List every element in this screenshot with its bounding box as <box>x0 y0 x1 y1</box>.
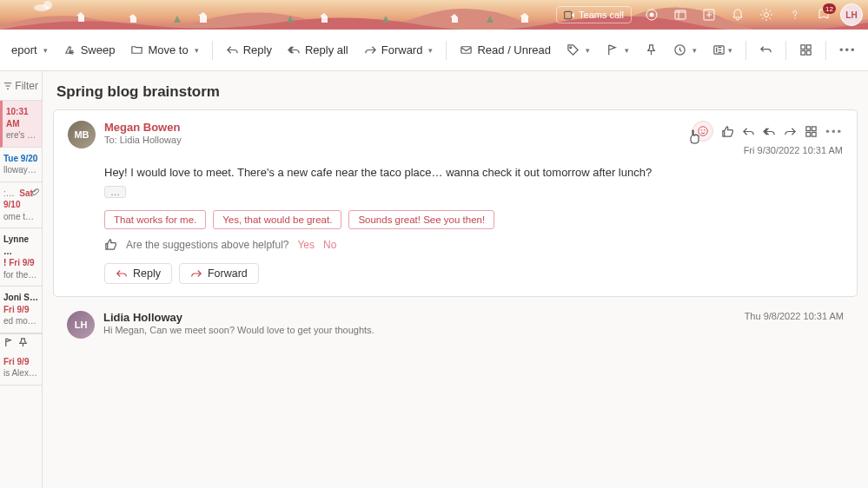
message-date: Fri 9/30/2022 10:31 AM <box>744 145 843 155</box>
list-item[interactable]: 10:31 AM ere's a … <box>0 101 42 148</box>
reply-button[interactable]: Reply <box>220 39 278 61</box>
from-name: Megan Bowen <box>104 121 684 134</box>
cursor-icon <box>688 129 702 145</box>
list-item[interactable]: Lynne … ! Fri 9/9 for the… <box>0 228 42 287</box>
pin-row <box>0 333 42 351</box>
suggested-replies: That works for me. Yes, that would be gr… <box>104 210 843 229</box>
forward-button[interactable]: Forward▾ <box>358 39 440 61</box>
pin-icon <box>18 338 28 347</box>
list-item[interactable]: Fri 9/9 is Alex I… <box>0 351 42 386</box>
apps-icon[interactable] <box>805 125 818 138</box>
svg-marker-1 <box>76 12 84 16</box>
svg-rect-24 <box>461 47 471 54</box>
svg-point-20 <box>650 13 653 16</box>
forward-inline-button[interactable]: Forward <box>179 263 259 284</box>
header-icon-2[interactable] <box>668 3 692 27</box>
svg-rect-2 <box>130 17 136 23</box>
svg-marker-3 <box>129 14 136 17</box>
like-icon[interactable] <box>721 125 734 138</box>
teams-call-button[interactable]: Teams call <box>556 6 632 23</box>
feedback-yes[interactable]: Yes <box>297 239 315 251</box>
settings-icon[interactable] <box>754 3 779 27</box>
svg-marker-7 <box>320 13 328 16</box>
command-toolbar: eport▾ Sweep Move to▾ Reply Reply all Fo… <box>0 30 868 71</box>
svg-rect-38 <box>812 132 817 136</box>
message-card: MB Megan Bowen To: Lidia Holloway <box>53 109 858 297</box>
profile-avatar[interactable]: LH <box>840 3 863 26</box>
notifications-icon[interactable] <box>726 3 750 27</box>
tag-button[interactable]: ▾ <box>560 39 596 61</box>
report-button[interactable]: eport▾ <box>5 39 54 61</box>
activity-icon[interactable]: 12 <box>812 3 836 27</box>
activity-badge: 12 <box>823 3 836 14</box>
flag-button[interactable]: ▾ <box>600 39 635 61</box>
feedback-icon <box>104 238 117 251</box>
filter-button[interactable]: Filter <box>3 80 38 92</box>
forward-icon[interactable] <box>784 125 797 138</box>
header-icon-1[interactable] <box>639 3 664 27</box>
svg-rect-18 <box>565 11 572 18</box>
svg-marker-14 <box>382 16 389 23</box>
message-list-pane: Filter 10:31 AM ere's a … Tue 9/20 llowa… <box>0 71 43 488</box>
message-body: Hey! I would love to meet. There's a new… <box>104 166 843 179</box>
svg-point-25 <box>570 47 572 49</box>
reply-inline-button[interactable]: Reply <box>104 263 172 284</box>
suggestion-feedback: Are the suggestions above helpful? Yes N… <box>104 238 843 251</box>
svg-rect-36 <box>812 126 817 130</box>
sweep-button[interactable]: Sweep <box>57 39 122 61</box>
reply-icon[interactable] <box>742 125 755 138</box>
header-icon-3[interactable] <box>697 3 721 27</box>
immersive-reader-button[interactable]: ▾ <box>706 39 739 61</box>
list-item[interactable]: Joni S… Fri 9/9 ed mov… <box>0 287 42 333</box>
pin-button[interactable] <box>639 39 664 61</box>
flag-icon <box>3 338 13 347</box>
svg-rect-0 <box>78 16 84 22</box>
svg-point-23 <box>765 13 769 17</box>
svg-rect-30 <box>801 50 805 55</box>
reading-pane: Spring blog brainstorm MB Megan Bowen To… <box>43 71 868 488</box>
apps-button[interactable] <box>793 39 818 61</box>
svg-rect-10 <box>521 16 528 23</box>
previous-preview: Hi Megan, Can we meet soon? Would love t… <box>103 325 374 335</box>
help-icon[interactable] <box>783 3 807 27</box>
svg-rect-28 <box>801 45 805 49</box>
suggested-reply[interactable]: That works for me. <box>104 210 206 229</box>
move-to-button[interactable]: Move to▾ <box>124 39 204 61</box>
sender-avatar[interactable]: MB <box>68 121 96 148</box>
overflow-icon[interactable]: ••• <box>825 125 843 138</box>
to-line: To: Lidia Holloway <box>104 135 684 145</box>
previous-message-summary[interactable]: LH Lidia Holloway Hi Megan, Can we meet … <box>53 306 858 346</box>
svg-rect-29 <box>806 45 811 49</box>
svg-marker-11 <box>520 13 529 16</box>
svg-marker-5 <box>198 12 207 16</box>
previous-from: Lidia Holloway <box>103 311 374 324</box>
svg-rect-35 <box>806 126 811 130</box>
snooze-button[interactable]: ▾ <box>667 39 703 61</box>
svg-point-17 <box>34 4 50 11</box>
svg-point-34 <box>704 129 705 130</box>
svg-rect-8 <box>452 17 458 23</box>
previous-date: Thu 9/8/2022 10:31 AM <box>745 311 844 321</box>
teams-call-label: Teams call <box>579 10 624 20</box>
feedback-no[interactable]: No <box>323 239 336 251</box>
svg-rect-31 <box>806 50 811 55</box>
overflow-button[interactable]: ••• <box>833 39 863 61</box>
list-item[interactable]: :… Sat 9/10 ome to… <box>0 182 42 229</box>
undo-button[interactable] <box>753 39 779 61</box>
expand-quoted-button[interactable]: … <box>104 186 126 198</box>
svg-rect-4 <box>200 16 207 23</box>
app-header: Teams call 12 LH <box>0 0 868 30</box>
replyall-icon[interactable] <box>763 125 776 138</box>
read-unread-button[interactable]: Read / Unread <box>454 39 557 61</box>
list-item[interactable]: Tue 9/20 lloway… <box>0 148 42 182</box>
suggested-reply[interactable]: Yes, that would be great. <box>213 210 341 229</box>
svg-marker-12 <box>174 16 181 23</box>
thread-title: Spring blog brainstorm <box>53 80 858 109</box>
svg-rect-37 <box>806 132 811 136</box>
reply-all-button[interactable]: Reply all <box>282 39 354 61</box>
svg-rect-6 <box>321 16 328 23</box>
sender-avatar: LH <box>67 311 95 339</box>
attachment-icon <box>31 188 39 195</box>
suggested-reply[interactable]: Sounds great! See you then! <box>348 210 494 229</box>
